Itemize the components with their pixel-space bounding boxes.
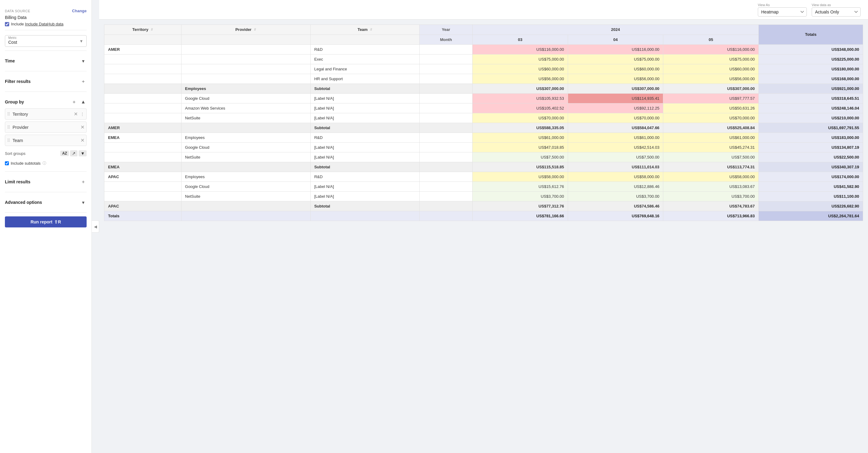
month-label: Month	[420, 35, 472, 44]
collapse-sidebar-button[interactable]: ◀	[92, 220, 99, 233]
include-subtotals-row: Include subtotals ⓘ	[5, 159, 87, 168]
advanced-options-header[interactable]: Advanced options ▾	[5, 196, 87, 209]
more-territory-button[interactable]: ⋮	[80, 112, 85, 117]
table-cell	[181, 64, 310, 74]
filter-results-section: Filter results ＋	[5, 71, 87, 92]
table-cell: R&D	[310, 44, 420, 54]
change-button[interactable]: Change	[72, 8, 87, 13]
table-cell: US$7,500.00	[663, 152, 759, 162]
time-header[interactable]: Time ▾	[5, 55, 87, 67]
table-cell: US$60,000.00	[568, 64, 663, 74]
table-cell: US$769,648.16	[568, 211, 663, 221]
data-source-section: Data source Change Billing Data Include …	[5, 5, 87, 30]
table-cell: Totals	[104, 211, 182, 221]
table-cell: US$61,000.00	[472, 132, 568, 142]
territory-resize[interactable]: //	[151, 28, 153, 32]
table-body: AMERR&DUS$116,000.00US$116,000.00US$116,…	[104, 44, 863, 221]
data-source-label: Data source	[5, 9, 30, 13]
group-by-add-icon[interactable]: ＋	[71, 98, 78, 105]
table-cell: US$60,000.00	[472, 64, 568, 74]
table-cell	[104, 103, 182, 113]
metric-select[interactable]: Metric Cost ▼	[5, 35, 87, 47]
table-cell: Google Cloud	[181, 93, 310, 103]
table-cell: US$781,166.66	[472, 211, 568, 221]
table-cell: US$116,000.00	[472, 44, 568, 54]
table-cell: US$183,000.00	[759, 132, 863, 142]
limit-results-header[interactable]: Limit results ＋	[5, 175, 87, 188]
group-by-header[interactable]: Group by ＋ ▲	[5, 95, 87, 108]
table-cell	[420, 182, 472, 191]
limit-add-icon[interactable]: ＋	[80, 178, 87, 185]
metric-value: Cost	[8, 40, 17, 45]
sort-desc-button[interactable]: ▼	[79, 150, 87, 156]
table-cell: US$2,264,781.64	[759, 211, 863, 221]
group-label-team: Team	[12, 138, 78, 143]
table-cell: US$58,000.00	[663, 172, 759, 182]
filter-add-icon[interactable]: ＋	[80, 78, 87, 85]
advanced-options-collapse-icon[interactable]: ▾	[80, 199, 87, 206]
metric-label: Metric	[8, 36, 17, 39]
provider-resize[interactable]: //	[254, 28, 256, 32]
remove-provider-button[interactable]: ✕	[81, 124, 85, 130]
table-cell: US$56,000.00	[472, 74, 568, 84]
table-cell: US$74,586.46	[568, 201, 663, 211]
view-data-as-label: View data as	[812, 3, 861, 7]
table-cell: NetSuite	[181, 152, 310, 162]
view-as-select[interactable]: Heatmap Table Chart	[758, 7, 807, 17]
table-cell: US$1,697,791.55	[759, 123, 863, 132]
filter-results-header[interactable]: Filter results ＋	[5, 75, 87, 88]
include-datahub-checkbox[interactable]	[5, 22, 9, 26]
table-cell: US$105,932.53	[472, 93, 568, 103]
datahub-link[interactable]: Include DataHub data	[25, 22, 64, 26]
table-cell	[181, 201, 310, 211]
table-cell: US$42,514.03	[568, 142, 663, 152]
top-bar: View As Heatmap Table Chart View data as…	[99, 0, 868, 20]
table-row: Google Cloud[Label N/A]US$47,018.85US$42…	[104, 142, 863, 152]
table-cell	[420, 84, 472, 93]
table-cell: Google Cloud	[181, 182, 310, 191]
view-data-as-select[interactable]: Actuals Only Budget Variance	[812, 7, 861, 17]
remove-team-button[interactable]: ✕	[81, 138, 85, 143]
remove-territory-button[interactable]: ✕	[74, 111, 78, 117]
run-report-button[interactable]: Run report ⇧R	[5, 216, 87, 228]
table-cell: US$3,700.00	[663, 191, 759, 201]
drag-handle-provider[interactable]: ⠿	[7, 125, 10, 130]
table-cell	[420, 54, 472, 64]
table-cell: US$61,000.00	[663, 132, 759, 142]
table-cell: US$77,312.76	[472, 201, 568, 211]
table-row: NetSuite[Label N/A]US$70,000.00US$70,000…	[104, 113, 863, 123]
table-row: HR and SupportUS$56,000.00US$56,000.00US…	[104, 74, 863, 84]
table-cell	[420, 211, 472, 221]
table-cell: [Label N/A]	[310, 142, 420, 152]
table-cell	[181, 54, 310, 64]
time-label: Time	[5, 58, 15, 63]
table-row: APACEmployeesR&DUS$58,000.00US$58,000.00…	[104, 172, 863, 182]
table-cell: US$348,000.00	[759, 44, 863, 54]
table-row: AMERR&DUS$116,000.00US$116,000.00US$116,…	[104, 44, 863, 54]
table-cell	[420, 132, 472, 142]
table-row: Amazon Web Services[Label N/A]US$105,402…	[104, 103, 863, 113]
group-by-collapse-icon[interactable]: ▲	[80, 98, 87, 105]
table-cell: US$75,000.00	[568, 54, 663, 64]
table-cell: US$584,047.66	[568, 123, 663, 132]
table-cell: US$134,807.19	[759, 142, 863, 152]
drag-handle-territory[interactable]: ⠿	[7, 112, 10, 117]
table-cell	[104, 182, 182, 191]
table-cell: US$22,500.00	[759, 152, 863, 162]
subtotals-info-icon[interactable]: ⓘ	[42, 161, 46, 166]
col-provider-header: Provider //	[181, 25, 310, 35]
table-cell: US$58,000.00	[568, 172, 663, 182]
drag-handle-team[interactable]: ⠿	[7, 138, 10, 143]
table-cell: US$174,000.00	[759, 172, 863, 182]
view-as-label: View As	[758, 3, 807, 7]
table-row: ExecUS$75,000.00US$75,000.00US$75,000.00…	[104, 54, 863, 64]
sort-trend-button[interactable]: ↗	[70, 150, 78, 156]
include-subtotals-checkbox[interactable]	[5, 161, 9, 165]
table-cell	[181, 162, 310, 172]
time-collapse-icon[interactable]: ▾	[80, 58, 87, 64]
team-resize[interactable]: //	[370, 28, 372, 32]
view-as-control: View As Heatmap Table Chart	[758, 3, 807, 17]
table-cell	[420, 74, 472, 84]
col-team-header: Team //	[310, 25, 420, 35]
table-cell: US$116,000.00	[663, 44, 759, 54]
